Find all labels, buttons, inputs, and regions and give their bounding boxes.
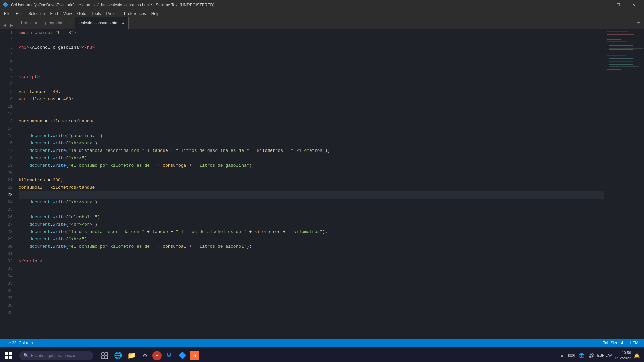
menu-edit[interactable]: Edit	[13, 11, 25, 17]
title-text: C:\Users\mafyi\OneDrive\Escritorio\curso…	[11, 3, 214, 7]
maximize-button[interactable]: ❐	[610, 0, 626, 10]
code-line-14	[19, 125, 604, 132]
taskbar-taskview[interactable]	[99, 350, 111, 362]
menu-file[interactable]: File	[1, 11, 13, 17]
tab-add-button[interactable]: +	[632, 17, 644, 29]
svg-rect-14	[609, 64, 633, 65]
line-num-21: 21	[0, 177, 13, 184]
tab-programa-close[interactable]: ✕	[68, 21, 71, 25]
code-line-9: var tanque = 40;	[19, 88, 604, 96]
taskbar-icons: 🌐 📁 ⚙️ ♦ W 🔷 S	[99, 350, 199, 362]
taskbar-chrome[interactable]: ⚙️	[139, 350, 151, 362]
menu-selection[interactable]: Selection	[25, 11, 47, 17]
svg-rect-3	[607, 41, 626, 42]
code-line-3: <h3>¿Alcohol o gasolina?</h3>	[19, 44, 604, 51]
taskbar-word[interactable]: W	[163, 350, 175, 362]
svg-rect-15	[609, 66, 639, 67]
code-line-4	[19, 51, 604, 59]
line-num-29: 29	[0, 236, 13, 243]
menu-goto[interactable]: Goto	[75, 11, 89, 17]
line-num-13: 13	[0, 118, 13, 125]
code-line-20	[19, 169, 604, 177]
code-line-34	[19, 273, 604, 280]
code-line-2	[19, 37, 604, 44]
code-line-32: </script>	[19, 258, 604, 265]
notification-icon[interactable]: 🔔	[633, 352, 641, 359]
code-line-38	[19, 302, 604, 309]
menu-view[interactable]: View	[61, 11, 75, 17]
tab-calculo-label: calculo_consumo.html	[79, 21, 119, 25]
code-area[interactable]: <meta charset="UTF-8"> <h3>¿Alcohol o ga…	[16, 29, 604, 339]
tab-calculo[interactable]: calculo_consumo.html ●	[75, 17, 128, 29]
line-num-28: 28	[0, 228, 13, 236]
line-num-24: 24	[0, 199, 13, 206]
svg-rect-23	[102, 356, 104, 359]
line-num-5: 5	[0, 59, 13, 66]
taskbar-explorer[interactable]: 📁	[125, 350, 138, 362]
code-line-28: document.write("la distancia recorrida c…	[19, 228, 604, 236]
minimize-button[interactable]: —	[595, 0, 610, 10]
start-button[interactable]	[0, 349, 17, 362]
taskbar-search-input[interactable]	[31, 353, 88, 358]
code-line-26: document.write("alcohol: ")	[19, 214, 604, 221]
tray-chevron[interactable]: ∧	[559, 352, 565, 359]
code-line-35	[19, 280, 604, 287]
tray-network[interactable]: 🌐	[578, 352, 585, 359]
tab-1html[interactable]: 1.html ✕	[16, 17, 41, 29]
close-button[interactable]: ✕	[626, 0, 641, 10]
code-line-33	[19, 265, 604, 273]
code-line-17: document.write("la distancia recorrida c…	[19, 147, 604, 155]
tab-prev-button[interactable]: ◀	[2, 22, 7, 29]
svg-rect-2	[607, 39, 621, 40]
status-position: Line 23, Column 1	[3, 341, 36, 345]
tab-1html-close[interactable]: ✕	[34, 21, 37, 25]
tray-keyboard[interactable]: ⌨	[567, 352, 576, 359]
line-num-3: 3	[0, 44, 13, 51]
svg-rect-4	[609, 45, 633, 46]
tab-1html-label: 1.html	[20, 21, 32, 25]
tab-programa[interactable]: progra.html ✕	[41, 17, 75, 29]
taskbar-tray: ∧ ⌨ 🌐 🔊 ESP LAA 10:56 7/12/2022 🔔	[559, 350, 644, 361]
code-line-15: document.write("gasolina: ")	[19, 132, 604, 140]
svg-rect-18	[9, 352, 12, 355]
taskbar-edge[interactable]: 🌐	[112, 350, 124, 362]
title-bar: 🔷 C:\Users\mafyi\OneDrive\Escritorio\cur…	[0, 0, 644, 10]
code-line-8	[19, 81, 604, 88]
code-line-11	[19, 103, 604, 110]
menu-find[interactable]: Find	[47, 11, 60, 17]
taskbar-sublime[interactable]: S	[190, 351, 199, 360]
taskbar-app1[interactable]: ♦	[152, 351, 162, 360]
clock[interactable]: 10:56 7/12/2022	[614, 350, 631, 361]
line-num-37: 37	[0, 295, 13, 302]
app-icon: 🔷	[3, 2, 8, 8]
code-line-19: document.write("el consumo por kilometro…	[19, 162, 604, 169]
code-line-25	[19, 206, 604, 214]
svg-rect-12	[609, 61, 633, 62]
code-line-6	[19, 66, 604, 73]
tab-next-button[interactable]: ▶	[9, 22, 14, 29]
code-line-29: document.write("<br>")	[19, 236, 604, 243]
tray-language: ESP LAA	[597, 353, 612, 358]
status-filetype[interactable]: HTML	[630, 341, 641, 345]
taskbar-app2[interactable]: 🔷	[176, 350, 189, 362]
line-num-35: 35	[0, 280, 13, 287]
svg-rect-13	[609, 63, 643, 63]
line-num-23: 23	[0, 191, 13, 199]
menu-preferences[interactable]: Preferences	[121, 11, 149, 17]
menu-help[interactable]: Help	[149, 11, 162, 17]
code-line-27: document.write("<br><br>")	[19, 221, 604, 228]
menu-tools[interactable]: Tools	[89, 11, 104, 17]
menu-project[interactable]: Project	[104, 11, 121, 17]
svg-rect-21	[102, 353, 104, 355]
code-line-16: document.write("<br><br>")	[19, 140, 604, 147]
status-right: Tab Size: 4 HTML	[603, 341, 641, 345]
taskbar-search[interactable]: 🔍	[19, 351, 93, 360]
line-num-39: 39	[0, 309, 13, 317]
line-num-36: 36	[0, 287, 13, 295]
code-line-31	[19, 250, 604, 258]
status-tabsize[interactable]: Tab Size: 4	[603, 341, 623, 345]
tab-calculo-close[interactable]: ●	[122, 21, 124, 25]
tab-programa-label: progra.html	[45, 21, 66, 25]
tray-volume[interactable]: 🔊	[587, 352, 595, 359]
code-line-10: var kilometros = 480;	[19, 96, 604, 103]
